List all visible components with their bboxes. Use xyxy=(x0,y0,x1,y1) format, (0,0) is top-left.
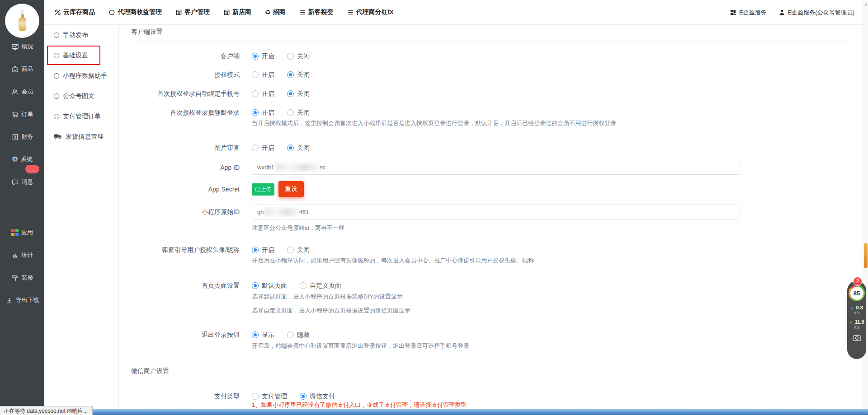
gear-icon: ⚙ xyxy=(12,156,18,163)
row-home-page: 首页页面设置 默认页面 自定义页面 xyxy=(119,278,354,293)
sidebar-item-goods[interactable]: 商品 xyxy=(0,58,44,80)
browser-status-tooltip: 正在等待 data.yeesoo.net 的响应... xyxy=(0,406,93,415)
sidebar-item-export[interactable]: 导出下载 xyxy=(0,289,44,312)
overview-icon xyxy=(11,43,19,51)
net-monitor-widget[interactable]: 2 85 ▲ 0.3 K/s ▼ 11.0 K/s xyxy=(847,281,866,359)
radio-logout-hide[interactable]: 隐藏 xyxy=(287,331,310,339)
radio-pay-mgmt[interactable]: 支付管理 xyxy=(252,392,287,401)
top-navigation: 云库存商品 代理商收益管理 客户管理 新店商 ♻ 招商 新客裂变 代理商分红tx xyxy=(54,8,393,16)
section-title-wechat-merchant: 微信商户设置 xyxy=(131,367,169,375)
section-divider xyxy=(131,42,850,42)
help-silent-login: 当开启授权模式后，这里控制会员首次进入小程序后是否是进入授权页登录进行登录，默认… xyxy=(252,119,616,128)
radio-home-default[interactable]: 默认页面 xyxy=(252,282,287,290)
scrollbar-thumb[interactable] xyxy=(864,243,868,268)
health-score-ball[interactable]: 85 xyxy=(849,285,865,301)
sidebar-item-decorate[interactable]: 装修 xyxy=(0,266,44,289)
up-arrow-icon: ▲ xyxy=(850,306,854,310)
primary-sidebar: 概况 商品 会员 订单 财务 ⚙ 系统 消息 … 应用 统计 装修 导出下载 xyxy=(0,0,44,415)
row-auth-mode: 授权模式 开启 关闭 xyxy=(119,67,322,82)
submenu-item-manual-publish[interactable]: 手动发布 xyxy=(44,25,118,45)
radio-bind-on[interactable]: 开启 xyxy=(252,90,274,98)
settings-form: 客户端设置 客户端 开启 关闭 授权模式 开启 关闭 首次授权登录自动绑定手机号… xyxy=(119,25,863,415)
shop-avatar[interactable] xyxy=(5,4,39,38)
censored-blur xyxy=(275,163,319,171)
link-icon xyxy=(54,9,61,16)
nav-agent-earnings[interactable]: 代理商收益管理 xyxy=(108,8,162,16)
row-logout-button: 退出登录按钮 显示 隐藏 xyxy=(119,327,322,342)
row-silent-login: 首次授权登录后静默登录 开启 关闭 xyxy=(119,105,322,120)
submenu-item-shipping-info[interactable]: 发货信息管理 xyxy=(44,126,118,147)
nav-new-store[interactable]: 新店商 xyxy=(223,8,251,16)
sidebar-item-members[interactable]: 会员 xyxy=(0,80,44,103)
sidebar-label: 导出下载 xyxy=(16,296,39,304)
sidebar-label: 订单 xyxy=(22,110,33,118)
reset-secret-button[interactable]: 重设 xyxy=(278,181,304,197)
sidebar-item-orders[interactable]: 订单 xyxy=(0,103,44,126)
submenu-item-basic-settings[interactable]: 基础设置 xyxy=(44,45,118,65)
scroll-up-arrow[interactable]: ▲ xyxy=(863,1,868,7)
circle-icon xyxy=(54,73,59,79)
nav-fission[interactable]: 新客裂变 xyxy=(299,8,334,16)
radio-logout-show[interactable]: 显示 xyxy=(252,331,274,339)
circle-icon xyxy=(54,93,59,99)
submenu-item-official-articles[interactable]: 公众号图文 xyxy=(44,86,118,106)
monitor-notification-badge[interactable]: 2 xyxy=(853,277,862,286)
account-menu[interactable]: E企盈服务(公众号管理员) xyxy=(778,9,854,17)
section-title-client: 客户端设置 xyxy=(131,28,163,36)
radio-client-on[interactable]: 开启 xyxy=(252,52,274,61)
nav-agent-dividend[interactable]: 代理商分红tx xyxy=(347,8,393,16)
help-home-default: 选择默认页面，进入小程序的首页根据装修DIY的设置显示 xyxy=(252,292,403,301)
user-icon xyxy=(778,9,785,16)
sidebar-label: 应用 xyxy=(21,228,33,237)
camera-icon[interactable] xyxy=(853,334,861,341)
submenu-item-miniapp-data[interactable]: 小程序数据助手 xyxy=(44,65,118,86)
radio-bind-off[interactable]: 关闭 xyxy=(287,90,310,98)
circle-icon xyxy=(54,33,59,38)
radio-wechat-pay[interactable]: 微信支付 xyxy=(300,392,335,401)
service-menu[interactable]: E企盈服务 xyxy=(730,9,767,17)
settings-submenu: 手动发布 基础设置 小程序数据助手 公众号图文 支付管理订单 发货信息管理 xyxy=(44,25,119,415)
sidebar-label: 概况 xyxy=(22,42,33,51)
sidebar-item-finance[interactable]: 财务 xyxy=(0,126,44,148)
sidebar-item-messages[interactable]: 消息 … xyxy=(0,171,44,193)
radio-client-off[interactable]: 关闭 xyxy=(287,52,310,61)
radio-popup-on[interactable]: 开启 xyxy=(252,246,274,254)
radio-popup-off[interactable]: 关闭 xyxy=(287,246,310,254)
radio-silent-off[interactable]: 关闭 xyxy=(287,109,310,117)
radio-auth-off[interactable]: 关闭 xyxy=(287,71,310,79)
top-header: 云库存商品 代理商收益管理 客户管理 新店商 ♻ 招商 新客裂变 代理商分红tx xyxy=(44,0,868,25)
row-original-id: 小程序原始ID gh 461 xyxy=(119,205,740,219)
radio-review-off[interactable]: 关闭 xyxy=(287,144,310,152)
nav-cloud-stock[interactable]: 云库存商品 xyxy=(54,8,95,16)
taskbar-strip xyxy=(0,409,868,415)
goods-icon xyxy=(11,65,19,73)
sidebar-item-overview[interactable]: 概况 xyxy=(0,35,44,58)
sidebar-label: 会员 xyxy=(22,88,33,96)
row-image-review: 图片审查 开启 关闭 xyxy=(119,140,322,155)
apps-grid-icon xyxy=(730,9,736,16)
row-app-secret: App Secret 已上传 重设 xyxy=(119,181,304,197)
submenu-item-payment-orders[interactable]: 支付管理订单 xyxy=(44,106,118,126)
sidebar-label: 统计 xyxy=(22,251,33,259)
pay-warning-1: 1、如果小程序里已经没有了微信支付入口，变成了支付管理，请选择支付管理类型 xyxy=(252,401,467,410)
sidebar-label: 装修 xyxy=(22,274,33,282)
app-id-input[interactable]: wxdb1 ec xyxy=(252,160,740,175)
sidebar-item-stats[interactable]: 统计 xyxy=(0,244,44,266)
circle-icon xyxy=(54,53,59,58)
nav-investment[interactable]: ♻ 招商 xyxy=(265,8,286,16)
radio-home-custom[interactable]: 自定义页面 xyxy=(300,282,341,290)
paint-roller-icon xyxy=(11,274,19,282)
recycle-icon: ♻ xyxy=(265,9,271,16)
radio-silent-on[interactable]: 开启 xyxy=(252,109,274,117)
members-icon xyxy=(11,88,19,96)
radio-auth-on[interactable]: 开启 xyxy=(252,71,274,79)
sidebar-item-apps[interactable]: 应用 xyxy=(0,221,44,244)
radio-review-on[interactable]: 开启 xyxy=(252,144,274,152)
message-count-badge: … xyxy=(25,165,39,173)
help-home-custom: 选择自定义页面，进入小程序的首页根据设置的路径页面显示 xyxy=(252,306,410,315)
row-popup-auth: 弹窗引导用户授权头像/昵称 开启 关闭 xyxy=(119,242,322,257)
nav-customer-mgmt[interactable]: 客户管理 xyxy=(175,8,210,16)
sidebar-label: 消息 xyxy=(22,178,33,186)
grid-icon xyxy=(223,9,230,16)
original-id-input[interactable]: gh 461 xyxy=(252,205,740,219)
